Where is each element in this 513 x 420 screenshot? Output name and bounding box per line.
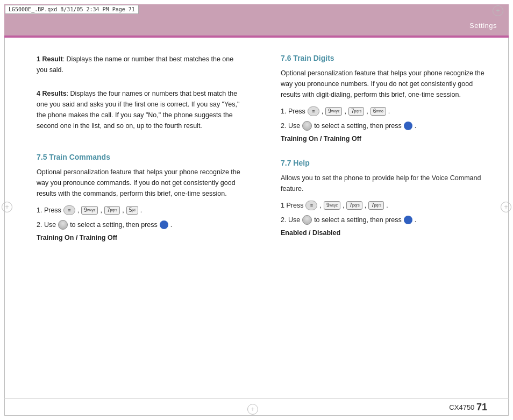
comma-3-7-6: , [366,105,368,118]
step-2-line: 2. Use to select a setting, then press . [37,219,243,231]
period-1: . [140,204,142,217]
nav-icon-7-7 [302,215,312,225]
period-2-7-7: . [415,214,416,226]
ok-btn-7-7 [404,216,412,224]
section-7-5-body: Optional personalization feature that he… [37,167,243,199]
menu-key-7-5: ≡ [63,205,75,215]
reg-mark-top-right [493,5,503,16]
step-2-line-7-6: 2. Use to select a setting, then press . [281,120,487,132]
options-7-7: Enabled / Disabled [281,229,487,237]
step-2-prefix-7-7: 2. Use [281,214,300,226]
step-2-suffix-7-6: to select a setting, then press [314,120,402,132]
ok-btn-7-5 [160,220,168,229]
nav-icon-7-6 [302,121,312,131]
key-9-7-7: 9wxyz [324,201,340,210]
step-2-suffix-7-7: to select a setting, then press [314,214,402,226]
comma-3-7-7: , [365,200,366,212]
left-column: 1 Result: Displays the name or number th… [4,43,259,398]
period-2: . [170,219,172,231]
key-7a-7-7: 7pqrs [346,201,362,210]
step-1-line-7-7: 1 Press ≡ , 9wxyz , 7pqrs , 7pqrs . [281,200,487,212]
ok-btn-7-6 [404,122,412,130]
result-4-text: : Displays the four names or numbers tha… [37,90,239,130]
nav-icon-7-5 [58,220,68,230]
step-1-prefix-7-6: 1. Press [281,105,305,118]
step-1-prefix-7-7: 1 Press [281,200,303,212]
section-7-7-title: 7.7 Help [281,159,487,167]
menu-key-7-7: ≡ [305,201,317,210]
step-2-line-7-7: 2. Use to select a setting, then press . [281,214,487,226]
section-7-6-title: 7.6 Train Digits [281,54,487,62]
step-2-prefix-7-6: 2. Use [281,120,300,132]
accent-bar [4,35,509,38]
result-4-block: 4 Results: Displays the four names or nu… [37,88,243,131]
period-1-7-7: . [386,200,388,212]
section-7-7: 7.7 Help Allows you to set the phone to … [281,159,487,237]
key-6-7-6: 6mno [370,107,386,116]
main-content: 1 Result: Displays the name or number th… [4,43,509,398]
comma-1-7-7: , [319,200,321,212]
key-9-7-6: 9wxyz [325,107,342,116]
key-7-7-5: 7pqrs [104,206,120,215]
comma-2-7-7: , [343,200,344,212]
period-2-7-6: . [415,120,416,132]
key-5-7-5: 5jkl [126,206,138,215]
section-7-6-body: Optional personalization feature that he… [281,68,487,100]
step-2-suffix: to select a setting, then press [70,219,158,231]
section-7-5-title: 7.5 Train Commands [37,153,243,161]
top-label: LG5000E_.BP.qxd 8/31/05 2:34 PM Page 71 [5,5,139,14]
comma-2-7-6: , [344,105,346,118]
step-1-line: 1. Press ≡ , 9wxyz , 7pqrs , 5jkl . [37,204,243,217]
result-4-bold: 4 Results [37,90,67,97]
options-7-6: Training On / Training Off [281,135,487,143]
right-column: 7.6 Train Digits Optional personalizatio… [259,43,509,398]
result-1-text: : Displays the name or number that best … [37,55,233,74]
key-7b-7-7: 7pqrs [368,201,384,210]
period-1-7-6: . [388,105,390,118]
result-1-bold: 1 Result [37,55,63,63]
bottom-bar: CX4750 71 [4,398,509,416]
comma-1-7-6: , [322,105,323,118]
options-7-5: Training On / Training Off [37,234,243,241]
comma-1: , [77,204,79,217]
menu-key-7-6: ≡ [308,106,319,116]
page-number-prefix: CX4750 [449,403,474,411]
section-7-5: 7.5 Train Commands Optional personalizat… [37,153,243,241]
step-2-prefix: 2. Use [37,219,56,231]
section-7-6: 7.6 Train Digits Optional personalizatio… [281,54,487,143]
comma-2: , [100,204,102,217]
key-7-7-6: 7pqrs [348,107,364,116]
page-number: 71 [476,402,487,413]
step-1-prefix: 1. Press [37,204,61,217]
step-1-line-7-6: 1. Press ≡ , 9wxyz , 7pqrs , 6mno . [281,105,487,118]
settings-label: Settings [469,22,497,30]
result-1-block: 1 Result: Displays the name or number th… [37,54,243,75]
comma-3: , [122,204,124,217]
key-9-7-5: 9wxyz [81,206,98,215]
section-7-7-body: Allows you to set the phone to provide h… [281,173,487,194]
